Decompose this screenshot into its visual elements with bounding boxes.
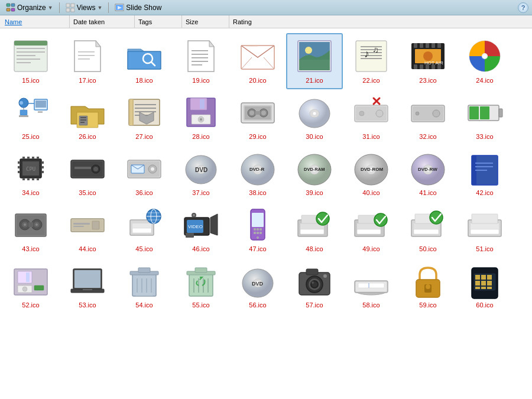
- file-item[interactable]: 17.ico: [59, 33, 116, 89]
- svg-rect-272: [475, 281, 480, 286]
- file-item[interactable]: 55.ico: [173, 258, 229, 314]
- file-item[interactable]: DVD 56.ico: [229, 258, 286, 314]
- file-item[interactable]: 15.ico: [2, 33, 59, 89]
- file-icon-40: DVD-ROM: [351, 150, 392, 188]
- file-label-57: 57.ico: [306, 301, 323, 309]
- file-item[interactable]: 31.ico: [343, 89, 400, 145]
- file-item[interactable]: 47.ico: [229, 202, 286, 258]
- views-button[interactable]: Views ▼: [63, 2, 105, 14]
- col-size[interactable]: Size: [182, 15, 229, 28]
- file-item[interactable]: 54.ico: [116, 258, 173, 314]
- file-item[interactable]: 49.ico: [343, 202, 400, 258]
- file-label-25: 25.ico: [22, 133, 39, 141]
- svg-rect-205: [300, 229, 324, 234]
- file-item[interactable]: 33.ico: [456, 89, 513, 145]
- file-item[interactable]: 35.ico: [59, 145, 116, 202]
- file-label-58: 58.ico: [362, 301, 379, 309]
- file-item[interactable]: 28.ico: [173, 89, 229, 145]
- organize-button[interactable]: Organize ▼: [4, 2, 56, 14]
- svg-point-91: [249, 111, 254, 115]
- file-icon-15: [10, 37, 51, 76]
- file-item[interactable]: ♪ ♫ 22.ico: [343, 33, 400, 89]
- svg-text:♫: ♫: [372, 46, 379, 54]
- file-item[interactable]: 27.ico: [116, 89, 173, 145]
- svg-rect-45: [426, 43, 429, 48]
- svg-rect-46: [432, 43, 435, 48]
- file-item[interactable]: 30.ico: [286, 89, 343, 145]
- file-item[interactable]: DVD-RW 41.ico: [400, 145, 456, 202]
- file-label-17: 17.ico: [79, 77, 96, 85]
- svg-rect-274: [487, 281, 492, 286]
- file-item[interactable]: 21.ico: [286, 33, 343, 89]
- file-item[interactable]: 20.ico: [229, 33, 286, 89]
- file-icon-17: [67, 37, 108, 76]
- file-item[interactable]: 36.ico: [116, 145, 173, 202]
- file-item[interactable]: DVD-RAM 39.ico: [286, 145, 343, 202]
- svg-rect-231: [83, 289, 92, 290]
- file-item[interactable]: 44.ico: [59, 202, 116, 258]
- col-tags[interactable]: Tags: [135, 15, 182, 28]
- svg-rect-199: [254, 232, 256, 234]
- svg-rect-164: [475, 170, 487, 171]
- file-icon-30: [294, 93, 335, 132]
- svg-rect-223: [18, 271, 32, 283]
- file-label-59: 59.ico: [419, 301, 436, 309]
- file-item[interactable]: 51.ico: [456, 202, 513, 258]
- svg-rect-201: [259, 232, 262, 234]
- file-label-34: 34.ico: [22, 189, 39, 197]
- col-date[interactable]: Date taken: [70, 15, 135, 28]
- svg-rect-173: [28, 222, 33, 227]
- svg-rect-76: [135, 104, 156, 105]
- file-item[interactable]: 52.ico: [2, 258, 59, 314]
- file-item[interactable]: 58.ico: [343, 258, 400, 314]
- file-item[interactable]: 26.ico: [59, 89, 116, 145]
- file-item[interactable]: 19.ico: [173, 33, 229, 89]
- file-item[interactable]: HOT AIR 23.ico: [400, 33, 456, 89]
- file-item[interactable]: 25.ico: [2, 89, 59, 145]
- help-button[interactable]: ?: [518, 2, 528, 13]
- col-name[interactable]: Name: [5, 15, 70, 28]
- svg-rect-82: [200, 99, 205, 109]
- col-rating[interactable]: Rating: [229, 15, 277, 28]
- file-item[interactable]: DVD-ROM 40.ico: [343, 145, 400, 202]
- file-item[interactable]: 53.ico: [59, 258, 116, 314]
- svg-text:♪: ♪: [364, 48, 369, 60]
- svg-rect-2: [7, 8, 10, 11]
- svg-rect-210: [357, 229, 381, 234]
- file-item[interactable]: 60.ico: [456, 258, 513, 314]
- file-item[interactable]: CPU 34.ico: [2, 145, 59, 202]
- file-item[interactable]: 57.ico: [286, 258, 343, 314]
- file-label-37: 37.ico: [192, 189, 209, 197]
- file-item[interactable]: 42.ico: [456, 145, 513, 202]
- file-item[interactable]: 32.ico: [400, 89, 456, 145]
- file-item[interactable]: 48.ico: [286, 202, 343, 258]
- file-item[interactable]: 18.ico: [116, 33, 173, 89]
- file-label-19: 19.ico: [192, 77, 209, 85]
- organize-arrow: ▼: [48, 5, 53, 11]
- svg-rect-122: [37, 178, 39, 180]
- slideshow-button[interactable]: Slide Show: [112, 2, 164, 14]
- file-icon-46: VIDEO: [180, 206, 222, 244]
- svg-point-226: [22, 287, 27, 291]
- file-item[interactable]: VIDEO 46.ico: [173, 202, 229, 258]
- file-label-50: 50.ico: [419, 245, 436, 253]
- file-item[interactable]: 45.ico: [116, 202, 173, 258]
- file-icon-31: [351, 93, 392, 132]
- file-label-39: 39.ico: [306, 189, 323, 197]
- svg-point-97: [313, 112, 316, 115]
- file-item[interactable]: 24.ico: [456, 33, 513, 89]
- file-icon-19: [180, 37, 222, 76]
- svg-rect-270: [481, 275, 486, 280]
- file-item[interactable]: 43.ico: [2, 202, 59, 258]
- file-item[interactable]: DVD-R 38.ico: [229, 145, 286, 202]
- file-item[interactable]: DVD 37.ico: [173, 145, 229, 202]
- file-icon-26: [67, 93, 108, 132]
- file-item[interactable]: 59.ico: [400, 258, 456, 314]
- file-grid: 15.ico 17.ico 18.ico 19.ico 20.ico: [0, 28, 532, 399]
- file-label-29: 29.ico: [249, 133, 266, 141]
- file-item[interactable]: 29.ico: [229, 89, 286, 145]
- svg-rect-261: [358, 283, 384, 288]
- svg-point-257: [323, 274, 327, 278]
- file-icon-55: [180, 262, 222, 300]
- file-item[interactable]: 50.ico: [400, 202, 456, 258]
